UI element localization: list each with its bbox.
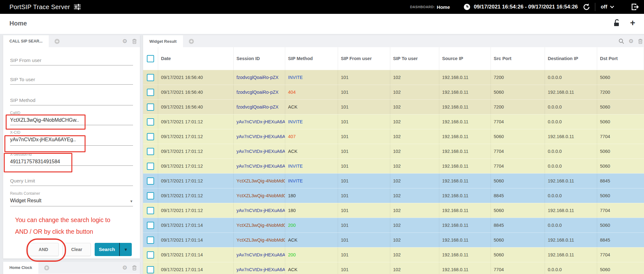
row-checkbox[interactable] (147, 133, 154, 140)
tab-call-sip-search[interactable]: CALL SIP SEAR... (3, 35, 49, 47)
time-range[interactable]: 09/17/2021 16:54:26 - 09/17/2021 16:54:2… (474, 4, 578, 10)
row-checkbox[interactable] (147, 103, 154, 111)
col-sip-to-user[interactable]: SIP To user (390, 47, 439, 70)
col-src-port[interactable]: Src Port (491, 47, 545, 70)
table-row[interactable]: 09/17/2021 17:01:12yAv7nCVtDx-jHEXuA6AYE… (143, 144, 644, 159)
results-container-label: Results Container (10, 191, 133, 196)
widget-result-panel: Widget Result ⚙ Date Session ID SIP Meth… (143, 35, 644, 274)
search-split-button[interactable]: Search ▼ (95, 243, 132, 256)
row-checkbox[interactable] (147, 222, 154, 229)
logout-icon[interactable] (631, 3, 640, 11)
tab-home-clock[interactable]: Home Clock (3, 262, 38, 274)
cell-sip-to-user: 102 (390, 218, 439, 232)
row-checkbox[interactable] (147, 207, 154, 214)
gear-icon[interactable]: ⚙ (629, 38, 634, 44)
row-checkbox[interactable] (147, 74, 154, 81)
col-destination-ip[interactable]: Destination IP (545, 47, 597, 70)
results-container-field[interactable]: Results Container Widget Result ▾ (10, 191, 133, 206)
cell-destination-ip: 192.168.0.11 (545, 248, 597, 262)
callid-label: CallID (10, 111, 133, 115)
table-row[interactable]: 09/17/2021 17:01:12YctXZL3wQig-4NobMdCHG… (143, 173, 644, 188)
add-tab-icon[interactable] (189, 39, 194, 44)
table-row[interactable]: 09/17/2021 17:01:12yAv7nCVtDx-jHEXuA6AYE… (143, 203, 644, 218)
xcid-value[interactable]: yAv7nCVtDx-jHEXuA6AYEg.. (10, 137, 133, 143)
col-source-ip[interactable]: Source IP (439, 47, 491, 70)
row-checkbox[interactable] (147, 177, 154, 185)
row-checkbox[interactable] (147, 251, 154, 259)
search-dropdown-arrow[interactable]: ▼ (119, 243, 132, 256)
query-limit-field[interactable]: Query Limit (10, 178, 133, 186)
cell-source-ip: 192.168.0.11 (439, 129, 491, 144)
trash-icon[interactable] (638, 39, 643, 44)
row-checkbox-cell (143, 174, 158, 188)
col-session-id[interactable]: Session ID (234, 47, 285, 70)
gear-icon[interactable]: ⚙ (122, 38, 127, 44)
sip-method-field[interactable]: SIP Method (10, 98, 133, 105)
search-icon[interactable] (619, 38, 624, 44)
chevron-down-icon[interactable] (610, 5, 614, 8)
tab-widget-result[interactable]: Widget Result (143, 35, 183, 47)
col-sip-from-user[interactable]: SIP From user (338, 47, 390, 70)
cell-session-id: yAv7nCVtDx-jHEXuA6AYEg.. (234, 262, 285, 274)
select-all-checkbox[interactable] (147, 55, 154, 62)
table-row[interactable]: 09/17/2021 17:01:14YctXZL3wQig-4NobMdCHG… (143, 218, 644, 232)
table-row[interactable]: 09/17/2021 16:56:40fzodvcglQoaiRo-pZX404… (143, 85, 644, 99)
row-checkbox[interactable] (147, 148, 154, 155)
results-container-value[interactable]: Widget Result (10, 198, 133, 204)
table-row[interactable]: 09/17/2021 17:01:12yAv7nCVtDx-jHEXuA6AYE… (143, 114, 644, 129)
add-tab-icon[interactable] (54, 39, 60, 44)
sip-from-user-field[interactable]: SIP From user (10, 58, 133, 65)
auto-refresh-value[interactable]: off (601, 4, 607, 10)
and-or-toggle-button[interactable]: AND (28, 243, 59, 256)
add-tab-icon[interactable] (44, 265, 49, 271)
dashboard-name[interactable]: Home (437, 4, 450, 10)
row-checkbox[interactable] (147, 89, 154, 96)
cell-destination-ip: 192.168.0.11 (545, 233, 597, 247)
cell-session-id: YctXZL3wQig-4NobMdCHGw.. (234, 233, 285, 247)
top-bar: PortSIP Trace Server DASHBOARD: Home 09/… (0, 0, 644, 14)
table-row[interactable]: 09/17/2021 17:01:14YctXZL3wQig-4NobMdCHG… (143, 232, 644, 247)
table-row[interactable]: 09/17/2021 16:56:40fzodvcglQoaiRo-pZXACK… (143, 99, 644, 114)
tune-icon[interactable] (74, 4, 81, 10)
table-row[interactable]: 09/17/2021 17:01:12yAv7nCVtDx-jHEXuA6AYE… (143, 159, 644, 173)
callid-value[interactable]: YctXZL3wQig-4NobMdCHGw.. (10, 117, 133, 123)
trash-icon[interactable] (132, 265, 137, 271)
cell-sip-method: ACK (285, 262, 338, 274)
refresh-icon[interactable] (582, 3, 590, 11)
table-row[interactable]: 09/17/2021 17:01:14yAv7nCVtDx-jHEXuA6AYE… (143, 262, 644, 274)
xsession-field[interactable]: X-Session-Id 491171757831491584 (10, 152, 133, 166)
search-buttons-row: AND Clear Search ▼ (28, 243, 132, 256)
cell-source-ip: 192.168.0.11 (439, 262, 491, 274)
trash-icon[interactable] (132, 39, 137, 44)
table-row[interactable]: 09/17/2021 16:56:40fzodvcglQoaiRo-pZXINV… (143, 70, 644, 85)
table-row[interactable]: 09/17/2021 17:01:12YctXZL3wQig-4NobMdCHG… (143, 188, 644, 203)
callid-field[interactable]: CallID YctXZL3wQig-4NobMdCHGw.. (10, 111, 133, 125)
cell-sip-from-user: 101 (338, 262, 390, 274)
cell-date: 09/17/2021 17:01:14 (158, 218, 234, 232)
row-checkbox[interactable] (147, 163, 154, 170)
col-dst-port[interactable]: Dst Port (597, 47, 644, 70)
cell-source-ip: 192.168.0.11 (439, 159, 491, 173)
table-row[interactable]: 09/17/2021 17:01:14yAv7nCVtDx-jHEXuA6AYE… (143, 247, 644, 262)
cell-sip-to-user: 102 (390, 85, 439, 99)
dropdown-arrow-icon[interactable]: ▾ (130, 199, 132, 204)
gear-icon[interactable]: ⚙ (122, 265, 127, 271)
xsession-value[interactable]: 491171757831491584 (10, 159, 133, 165)
row-checkbox[interactable] (147, 237, 154, 244)
row-checkbox[interactable] (147, 266, 154, 273)
clear-button[interactable]: Clear (63, 243, 91, 256)
cell-src-port: 7200 (491, 70, 545, 85)
row-checkbox[interactable] (147, 118, 154, 126)
sip-to-user-field[interactable]: SIP To user (10, 77, 133, 85)
search-panel-header: CALL SIP SEAR... ⚙ (3, 35, 140, 47)
col-date[interactable]: Date (158, 47, 234, 70)
row-checkbox[interactable] (147, 192, 154, 199)
add-widget-icon[interactable]: + (630, 19, 635, 27)
search-button[interactable]: Search (95, 243, 119, 256)
sip-from-user-label: SIP From user (10, 58, 42, 63)
xcid-field[interactable]: X-CID yAv7nCVtDx-jHEXuA6AYEg.. (10, 130, 133, 146)
cell-destination-ip: 0.0.0.0 (545, 188, 597, 203)
unlock-icon[interactable] (613, 19, 621, 27)
col-sip-method[interactable]: SIP Method (285, 47, 338, 70)
table-row[interactable]: 09/17/2021 17:01:12yAv7nCVtDx-jHEXuA6AYE… (143, 129, 644, 144)
